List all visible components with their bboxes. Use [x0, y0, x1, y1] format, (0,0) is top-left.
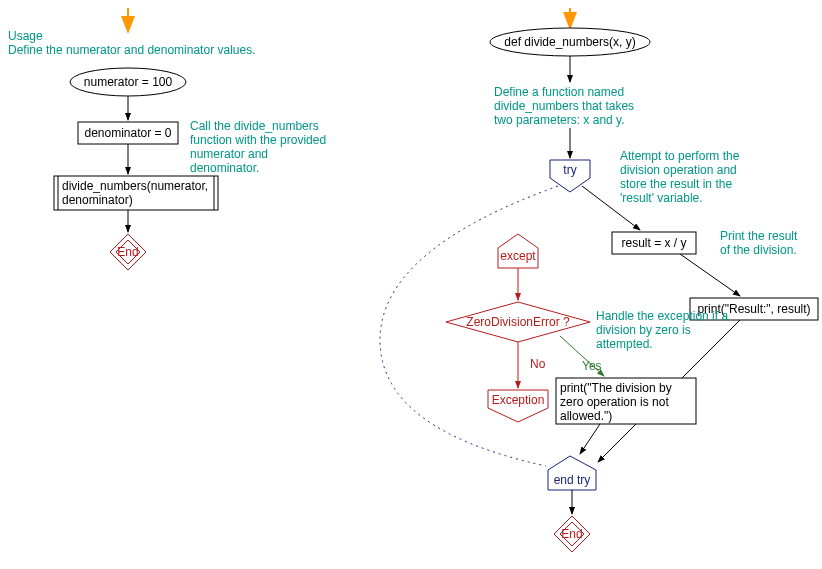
right-end-node: End: [554, 516, 590, 552]
zde-text: ZeroDivisionError ?: [466, 315, 570, 329]
numerator-text: numerator = 100: [84, 75, 173, 89]
usage-line2: Define the numerator and denominator val…: [8, 43, 255, 57]
denominator-text: denominator = 0: [84, 126, 171, 140]
end-try-text: end try: [554, 473, 591, 487]
no-label: No: [530, 357, 546, 371]
except-text: except: [500, 249, 536, 263]
zde-note: Handle the exception if a division by ze…: [596, 309, 731, 351]
exception-node: Exception: [488, 390, 548, 422]
call-line1: divide_numbers(numerator,: [62, 179, 208, 193]
right-end-text: End: [561, 527, 582, 541]
left-end-node: End: [110, 234, 146, 270]
func-def-text: def divide_numbers(x, y): [504, 35, 635, 49]
func-note: Define a function named divide_numbers t…: [494, 85, 637, 127]
left-flowchart: Usage Define the numerator and denominat…: [8, 8, 329, 270]
flowchart-diagram: Usage Define the numerator and denominat…: [0, 0, 822, 569]
left-end-text: End: [117, 245, 138, 259]
result-text: result = x / y: [621, 236, 686, 250]
usage-line1: Usage: [8, 29, 43, 43]
try-text: try: [563, 163, 576, 177]
arrow-handler-to-endtry: [580, 424, 600, 454]
try-note: Attempt to perform the division operatio…: [620, 149, 743, 205]
except-node: except: [498, 234, 538, 268]
yes-label: Yes: [582, 359, 602, 373]
exception-text: Exception: [492, 393, 545, 407]
right-flowchart: def divide_numbers(x, y) Define a functi…: [380, 8, 818, 552]
print-note: Print the result of the division.: [720, 229, 801, 257]
end-try-node: end try: [548, 456, 596, 490]
call-line2: denominator): [62, 193, 133, 207]
call-node: divide_numbers(numerator, denominator): [54, 176, 218, 210]
call-note: Call the divide_numbers function with th…: [190, 119, 329, 175]
arrow-result-to-print: [680, 254, 740, 296]
usage-note: Usage Define the numerator and denominat…: [8, 29, 255, 57]
